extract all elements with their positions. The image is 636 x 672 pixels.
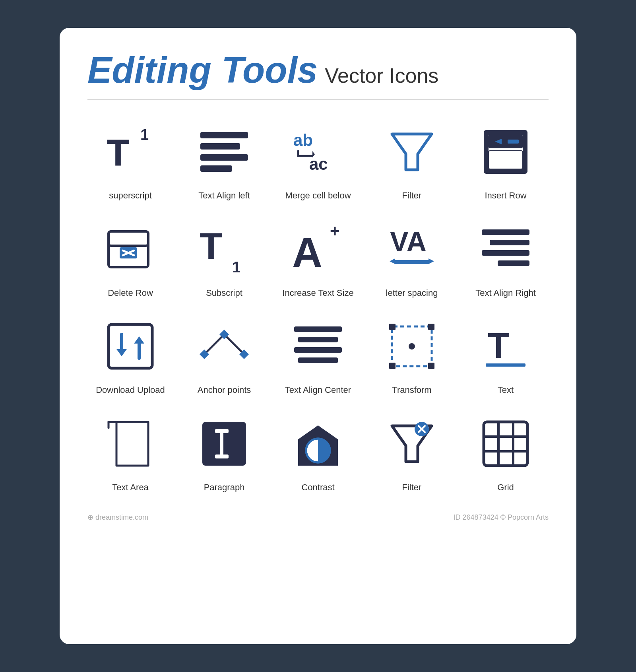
superscript-label: superscript — [109, 190, 152, 202]
icon-grid: T 1 superscript Text Align left — [87, 120, 549, 493]
icon-cell-transform: Transform — [369, 315, 455, 396]
contrast-label: Contrast — [301, 482, 334, 493]
icon-cell-text: T Text — [463, 315, 549, 396]
svg-rect-5 — [200, 165, 232, 172]
icon-cell-letter-spacing: VA letter spacing — [369, 218, 455, 299]
svg-text:ab: ab — [293, 131, 313, 150]
svg-rect-61 — [215, 454, 229, 458]
svg-rect-44 — [294, 326, 342, 332]
icon-cell-download-upload: Download Upload — [87, 315, 173, 396]
svg-rect-15 — [508, 140, 519, 144]
svg-text:T: T — [200, 225, 223, 267]
svg-rect-50 — [428, 324, 434, 330]
icon-cell-text-area: Text Area — [87, 412, 173, 493]
svg-rect-49 — [389, 324, 396, 330]
grid-label: Grid — [497, 482, 514, 493]
icon-cell-superscript: T 1 superscript — [87, 120, 173, 202]
text-icon: T — [474, 315, 537, 378]
icon-cell-subscript: T 1 Subscript — [181, 218, 267, 299]
increase-text-size-label: Increase Text Size — [282, 287, 353, 299]
letter-spacing-label: letter spacing — [386, 287, 438, 299]
svg-line-39 — [204, 334, 224, 354]
filter-icon — [380, 120, 444, 184]
svg-text:T: T — [488, 326, 510, 366]
svg-text:1: 1 — [140, 126, 149, 143]
text-align-right-label: Text Align Right — [475, 287, 536, 299]
icon-cell-merge-cell-below: ab ac Merge cell below — [275, 120, 361, 202]
text-align-center-icon — [286, 315, 350, 378]
page-title-main: Editing Tools — [87, 52, 318, 88]
icon-cell-text-align-left: Text Align left — [181, 120, 267, 202]
icon-cell-insert-row: Insert Row — [463, 120, 549, 202]
filter-label: Filter — [402, 190, 422, 202]
text-area-icon — [99, 412, 162, 476]
svg-text:1: 1 — [232, 259, 240, 276]
svg-text:T: T — [107, 132, 130, 174]
svg-rect-45 — [298, 337, 338, 342]
svg-line-40 — [224, 334, 244, 354]
svg-rect-60 — [215, 429, 229, 433]
icon-cell-paragraph: Paragraph — [181, 412, 267, 493]
svg-rect-30 — [482, 229, 529, 235]
text-align-right-icon — [474, 218, 537, 281]
download-upload-label: Download Upload — [96, 385, 165, 396]
transform-label: Transform — [392, 385, 431, 396]
paragraph-label: Paragraph — [204, 482, 245, 493]
subscript-icon: T 1 — [192, 218, 256, 281]
filter2-label: Filter — [402, 482, 422, 493]
icon-cell-filter2: Filter — [369, 412, 455, 493]
icon-cell-text-align-center: Text Align Center — [275, 315, 361, 396]
svg-rect-47 — [298, 357, 338, 363]
svg-rect-17 — [109, 231, 148, 246]
text-area-label: Text Area — [112, 482, 149, 493]
main-card: Editing Tools Vector Icons T 1 superscri… — [60, 28, 576, 644]
svg-rect-46 — [294, 347, 342, 353]
superscript-icon: T 1 — [99, 120, 162, 184]
merge-cell-below-icon: ab ac — [286, 120, 350, 184]
text-align-left-label: Text Align left — [198, 190, 250, 202]
svg-rect-3 — [200, 143, 240, 150]
anchor-points-label: Anchor points — [198, 385, 251, 396]
svg-rect-33 — [498, 260, 529, 266]
insert-row-icon — [474, 120, 537, 184]
page-title-sub: Vector Icons — [325, 64, 438, 87]
anchor-points-icon — [192, 315, 256, 378]
delete-row-icon — [99, 218, 162, 281]
transform-icon — [380, 315, 444, 378]
svg-marker-36 — [116, 349, 127, 356]
icon-cell-delete-row: Delete Row — [87, 218, 173, 299]
watermark-left: ⊕ dreamstime.com — [87, 513, 148, 522]
svg-rect-51 — [389, 363, 396, 369]
svg-rect-58 — [202, 422, 246, 466]
svg-text:+: + — [330, 221, 340, 240]
svg-rect-59 — [220, 429, 223, 458]
increase-text-size-icon: A + — [286, 218, 350, 281]
svg-rect-2 — [200, 132, 248, 138]
svg-text:VA: VA — [390, 226, 427, 257]
text-label: Text — [498, 385, 514, 396]
icon-cell-anchor-points: Anchor points — [181, 315, 267, 396]
subscript-label: Subscript — [206, 287, 242, 299]
svg-rect-55 — [486, 363, 525, 367]
svg-text:ac: ac — [309, 155, 328, 173]
page-header: Editing Tools Vector Icons — [87, 52, 549, 100]
svg-marker-38 — [134, 336, 144, 344]
watermark-bar: ⊕ dreamstime.com ID 264873424 © Popcorn … — [87, 509, 549, 522]
svg-rect-12 — [489, 151, 523, 169]
icon-cell-contrast: Contrast — [275, 412, 361, 493]
delete-row-label: Delete Row — [108, 287, 153, 299]
merge-cell-below-label: Merge cell below — [285, 190, 351, 202]
text-align-center-label: Text Align Center — [285, 385, 351, 396]
letter-spacing-icon: VA — [380, 218, 444, 281]
grid-icon — [474, 412, 537, 476]
svg-text:A: A — [292, 229, 322, 276]
icon-cell-increase-text-size: A + Increase Text Size — [275, 218, 361, 299]
svg-rect-31 — [490, 240, 529, 245]
svg-marker-27 — [390, 258, 395, 264]
svg-rect-28 — [395, 260, 429, 264]
svg-point-53 — [409, 343, 415, 350]
text-align-left-icon — [192, 120, 256, 184]
icon-cell-text-align-right: Text Align Right — [463, 218, 549, 299]
icon-cell-filter: Filter — [369, 120, 455, 202]
insert-row-label: Insert Row — [485, 190, 526, 202]
